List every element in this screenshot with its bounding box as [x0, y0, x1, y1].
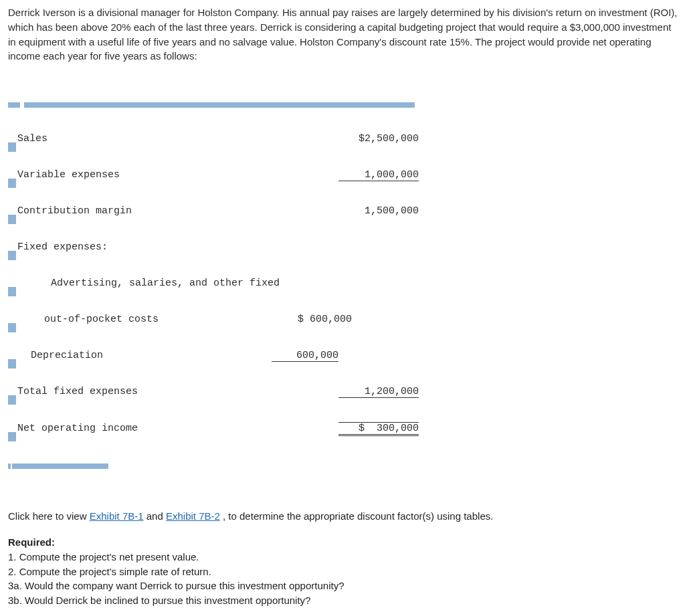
required-title: Required: — [8, 536, 55, 548]
problem-statement: Derrick Iverson is a divisional manager … — [8, 5, 684, 64]
value-noi: $ 300,000 — [338, 422, 419, 436]
label-variable-expenses: Variable expenses — [17, 169, 258, 181]
value-advertising: $ 600,000 — [285, 314, 352, 325]
value-total-fixed: 1,200,000 — [338, 386, 419, 398]
label-noi: Net operating income — [17, 423, 258, 434]
label-fixed-expenses: Fixed expenses: — [17, 241, 258, 253]
exhibit-7b-2-link[interactable]: Exhibit 7B-2 — [166, 510, 220, 522]
value-sales: $2,500,000 — [338, 133, 419, 144]
required-2: 2. Compute the project's simple rate of … — [8, 566, 211, 577]
value-variable-expenses: 1,000,000 — [338, 169, 419, 181]
exhibit-reference: Click here to view Exhibit 7B-1 and Exhi… — [8, 510, 684, 522]
label-sales: Sales — [17, 133, 258, 144]
income-statement-table: Sales$2,500,000 Variable expenses1,000,0… — [8, 80, 684, 494]
required-1: 1. Compute the project's net present val… — [8, 551, 199, 562]
label-contribution-margin: Contribution margin — [17, 205, 258, 217]
label-total-fixed: Total fixed expenses — [17, 386, 258, 397]
required-block: Required: 1. Compute the project's net p… — [8, 535, 684, 608]
label-depreciation: Depreciation — [17, 350, 272, 361]
exhibit-7b-1-link[interactable]: Exhibit 7B-1 — [90, 510, 144, 522]
value-contribution-margin: 1,500,000 — [338, 205, 419, 217]
label-advertising-line2: out-of-pocket costs — [17, 314, 285, 325]
label-advertising-line1: Advertising, salaries, and other fixed — [37, 278, 292, 289]
value-depreciation: 600,000 — [272, 350, 338, 362]
required-3b: 3b. Would Derrick be inclined to pursue … — [8, 595, 310, 606]
required-3a: 3a. Would the company want Derrick to pu… — [8, 580, 344, 591]
